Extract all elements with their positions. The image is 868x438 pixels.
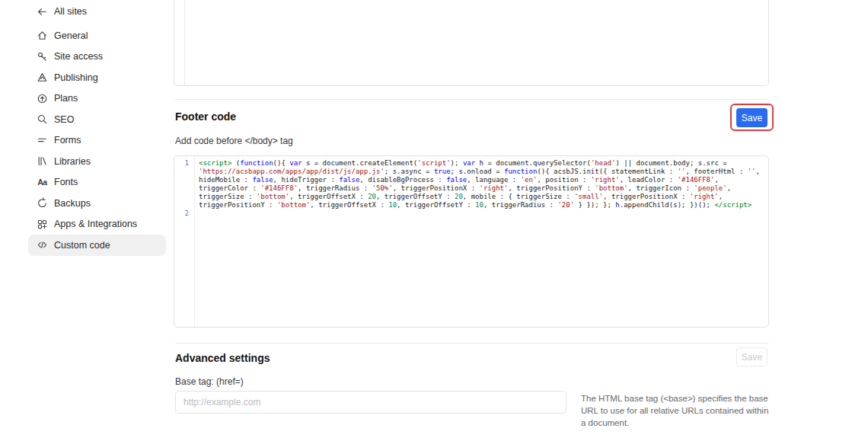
apps-icon [37,219,48,230]
footer-code-line-1: 1 <script> (function(){ var s = document… [174,159,768,209]
libraries-icon [37,155,48,167]
settings-sidebar: All sites General Site access Publishing [0,0,169,438]
forms-icon [37,135,48,146]
sidebar-item-seo[interactable]: SEO [28,109,166,130]
sidebar-item-apps-integrations[interactable]: Apps & Integrations [28,214,166,235]
plans-icon [37,93,48,104]
footer-code-line-2: 2 [174,209,768,218]
sidebar-item-site-access[interactable]: Site access [28,46,166,68]
sidebar-item-publishing[interactable]: Publishing [28,67,166,88]
footer-save-button[interactable]: Save [736,108,767,127]
footer-code-editor[interactable]: 1 <script> (function(){ var s = document… [174,155,769,328]
sidebar-back-all-sites[interactable]: All sites [28,3,166,20]
base-tag-label: Base tag: (href=) [175,376,244,387]
back-label: All sites [54,6,87,17]
code-line-content [194,209,768,218]
home-icon [37,30,48,41]
editor-gutter-divider [184,0,185,85]
key-icon [37,51,48,62]
base-tag-help: The HTML base tag (<base>) specifies the… [581,392,769,438]
sidebar-item-plans[interactable]: Plans [28,88,166,110]
search-icon [37,113,48,125]
sidebar-item-libraries[interactable]: Libraries [28,151,166,172]
backups-icon [37,197,48,209]
base-tag-input[interactable] [175,391,566,414]
sidebar-item-backups[interactable]: Backups [28,193,166,214]
custom-code-main: Footer code Save Add code before </body>… [174,0,769,438]
section-divider [175,99,769,100]
sidebar-item-fonts[interactable]: Aa Fonts [28,172,166,193]
custom-code-settings-page: All sites General Site access Publishing [0,0,868,438]
code-icon [37,239,48,251]
sidebar-item-general[interactable]: General [28,25,166,46]
help-paragraph: The HTML base tag (<base>) specifies the… [581,392,769,429]
arrow-left-icon [37,6,48,18]
sidebar-item-forms[interactable]: Forms [28,130,166,152]
sidebar-item-custom-code[interactable]: Custom code [28,235,166,256]
footer-code-body[interactable]: 1 <script> (function(){ var s = document… [174,156,768,218]
fonts-icon: Aa [37,177,48,188]
advanced-save-button[interactable]: Save [736,347,767,366]
line-number: 2 [174,209,194,218]
footer-code-hint: Add code before </body> tag [175,136,293,146]
header-code-editor[interactable] [174,0,769,86]
footer-code-title: Footer code [175,110,236,123]
sidebar-nav-list: General Site access Publishing Plans [0,25,169,256]
code-line-content: <script> (function(){ var s = document.c… [194,159,768,209]
section-divider [175,343,769,344]
line-number: 1 [174,159,194,168]
advanced-settings-title: Advanced settings [175,352,270,364]
publishing-icon [37,72,48,83]
